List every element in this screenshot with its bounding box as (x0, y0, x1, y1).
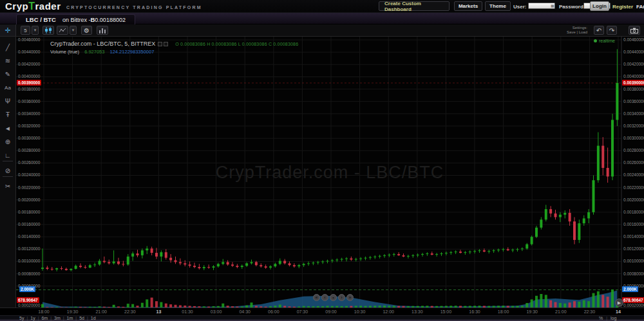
chart-scroll-button[interactable]: ‹ (321, 294, 328, 301)
tab-lbc-btc[interactable]: LBC / BTC on Bittrex - B 0.00188002 (16, 14, 135, 24)
interval-button[interactable]: 5 (21, 26, 30, 35)
chart-scroll-button[interactable]: • (330, 294, 337, 301)
time-axis[interactable]: 18:0019:3021:0022:301301:3003:0004:3006:… (0, 307, 644, 315)
volume-bar (569, 302, 571, 307)
candle-body (393, 254, 395, 255)
time-axis-label: 14 (616, 309, 621, 314)
log-scale-button[interactable]: log (611, 316, 616, 320)
user-label: User: (513, 4, 526, 10)
volume-bar (540, 294, 542, 307)
candle-body (108, 262, 110, 263)
snapshot-button[interactable] (629, 26, 640, 35)
candle-body (327, 261, 329, 261)
range-button-1m[interactable]: 1m (67, 316, 73, 320)
interval-caret-button[interactable]: ▾ (32, 26, 39, 35)
candle-body (55, 268, 58, 270)
fib-retracement-tool[interactable]: ≋ (0, 55, 15, 66)
save-load-links[interactable]: Save | Load (567, 30, 587, 35)
zoom-in-tool[interactable]: ⊕ (0, 136, 15, 147)
gear-icon: ⚙ (84, 27, 90, 34)
candle-body (260, 265, 262, 266)
trend-line-tool[interactable]: ╱ (0, 42, 15, 52)
candlestick-style-button[interactable] (43, 26, 54, 35)
price-axis-label: 0.00020000 (623, 303, 644, 307)
quote-volume-value: 124.2122983350007 (110, 49, 155, 55)
candle-body (507, 249, 509, 250)
candle-body (255, 262, 258, 265)
candle-body (611, 120, 614, 176)
arrow-tool[interactable]: ◄ (0, 123, 15, 133)
price-axis-label: 0.00420000 (18, 62, 40, 66)
candle-body (303, 264, 305, 265)
redo-button[interactable]: ↷ (607, 26, 617, 35)
candle-body (312, 262, 314, 263)
chart-scroll-button[interactable]: › (338, 294, 345, 301)
candle-body (455, 252, 457, 252)
text-tool[interactable]: Aa (0, 82, 15, 93)
price-axis-label: 0.00180000 (18, 210, 40, 214)
create-custom-dashboard-button[interactable]: Create Custom Dashboard (379, 1, 450, 11)
candle-body (293, 265, 296, 266)
crosshair-button[interactable]: ✛ (0, 24, 16, 36)
gann-tool[interactable]: Ŧ (0, 109, 15, 120)
volume-bar (601, 295, 604, 307)
undo-button[interactable]: ↶ (594, 26, 604, 35)
price-axis-label: 0.00140000 (18, 234, 40, 239)
candle-body (383, 255, 386, 256)
candle-body (497, 250, 500, 250)
range-button-6m[interactable]: 6m (41, 316, 48, 320)
chart-plot-area[interactable]: CrypTrader.com - LBC/BTC CrypTrader.com … (16, 37, 644, 307)
legend-close-icon[interactable] (164, 42, 168, 46)
pitchfork-tool[interactable]: Ψ (0, 96, 15, 106)
bottom-bar: 5y|1y|6m|3m|1m|5d|1d %|log (0, 315, 644, 321)
range-button-3m[interactable]: 3m (54, 316, 61, 320)
volume-bar (549, 300, 552, 307)
login-button[interactable]: Login (590, 1, 609, 11)
measure-tool[interactable]: ∟ (0, 150, 15, 160)
legend-settings-icon[interactable] (158, 42, 162, 46)
candle-body (412, 255, 414, 256)
price-axis-label: 0.00100000 (623, 259, 644, 263)
scroll-to-realtime-button[interactable]: ▶ (615, 298, 623, 307)
compare-button[interactable] (97, 26, 108, 35)
chart-settings-button[interactable]: ⚙ (81, 26, 92, 35)
caret-down-icon: ▾ (34, 28, 37, 33)
register-link[interactable]: Register (612, 4, 633, 10)
candle-body (146, 248, 148, 250)
candle-body (359, 259, 362, 259)
chart-scroll-button[interactable]: « (313, 294, 320, 301)
compare-icon (99, 28, 106, 33)
range-button-5d[interactable]: 5d (79, 316, 84, 320)
range-button-5y[interactable]: 5y (19, 316, 24, 320)
candle-body (592, 180, 595, 212)
remove-drawings-tool[interactable]: ✂ (0, 181, 15, 191)
candle-body (526, 244, 528, 249)
time-axis-label: 09:00 (325, 309, 337, 314)
candle-body (554, 214, 557, 217)
candle-body (369, 257, 372, 258)
markets-button[interactable]: Markets (454, 1, 482, 11)
indicators-button[interactable] (57, 26, 68, 35)
price-axis-label: 0.00220000 (18, 185, 40, 190)
range-button-1y[interactable]: 1y (30, 316, 35, 320)
range-button-1d[interactable]: 1d (91, 316, 96, 320)
candle-body (336, 260, 338, 261)
price-axis-label: 0.00360000 (18, 99, 40, 104)
candle-body (203, 267, 205, 268)
indicators-caret-button[interactable]: ▾ (70, 26, 77, 35)
candle-body (165, 252, 167, 258)
toolbar-divider (3, 161, 13, 161)
theme-button[interactable]: Theme (485, 1, 511, 11)
candle-body (79, 266, 82, 267)
candle-body (331, 261, 334, 261)
chart-scroll-button[interactable]: » (346, 294, 354, 301)
percent-scale-button[interactable]: % (599, 316, 603, 320)
price-axis-label: 0.00460000 (623, 37, 644, 42)
hide-drawings-tool[interactable]: ⊘ (0, 165, 15, 176)
settings-saveload[interactable]: Settings: Save | Load (567, 26, 587, 35)
tab-bar: LBC / BTC on Bittrex - B 0.00188002 (0, 13, 644, 24)
price-axis-label: 0.00260000 (623, 160, 644, 165)
faq-link[interactable]: FAQ (636, 4, 644, 10)
brush-tool[interactable]: ✎ (0, 69, 15, 79)
candle-body (265, 266, 267, 268)
